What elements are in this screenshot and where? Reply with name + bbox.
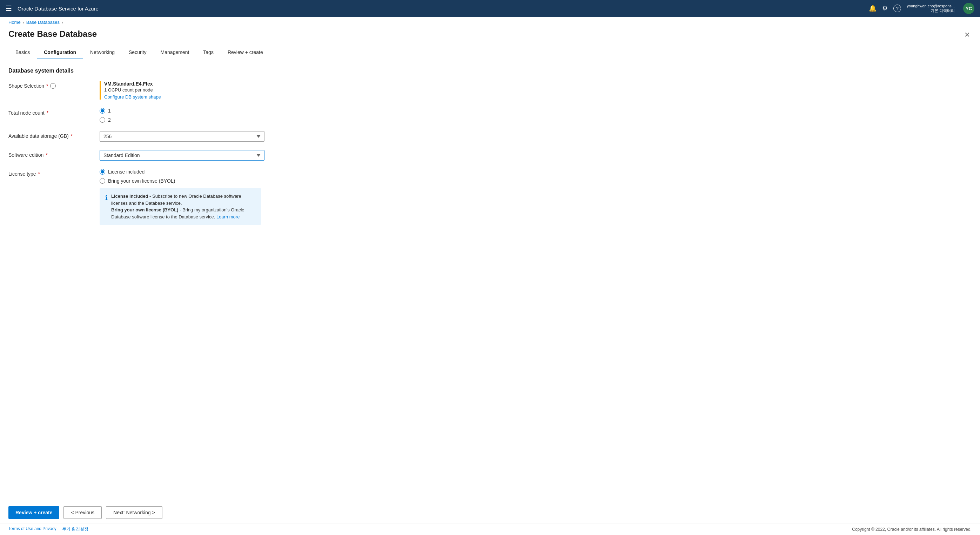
info-box-icon: ℹ — [105, 193, 108, 220]
node-count-option-2[interactable]: 2 — [100, 117, 972, 123]
info-box-text: License included - Subscribe to new Orac… — [111, 193, 255, 220]
user-email: younghwan.cho@respons... — [907, 4, 955, 8]
license-required: * — [38, 171, 40, 177]
shape-ocpu: 1 OCPU count per node — [104, 87, 972, 92]
software-edition-value: Standard Edition Enterprise Edition — [100, 150, 972, 160]
app-title: Oracle Database Service for Azure — [18, 6, 863, 11]
previous-button[interactable]: < Previous — [64, 506, 102, 519]
storage-required: * — [71, 133, 73, 139]
footer-links: Terms of Use and Privacy 쿠키 환경설정 — [8, 526, 88, 532]
tab-bar: Basics Configuration Networking Security… — [0, 46, 980, 59]
help-icon[interactable]: ? — [893, 5, 901, 12]
configure-shape-link[interactable]: Configure DB system shape — [104, 94, 161, 100]
total-node-count-label: Total node count * — [8, 108, 100, 116]
license-included-bold: License included — [111, 194, 148, 199]
data-storage-row: Available data storage (GB) * 256 512 10… — [8, 131, 972, 141]
shape-border: VM.Standard.E4.Flex 1 OCPU count per nod… — [100, 81, 972, 100]
breadcrumb: Home › Base Databases › — [0, 17, 980, 28]
breadcrumb-base-databases[interactable]: Base Databases — [26, 20, 60, 25]
data-storage-value: 256 512 1024 2048 — [100, 131, 972, 141]
data-storage-label: Available data storage (GB) * — [8, 131, 100, 139]
breadcrumb-home[interactable]: Home — [8, 20, 21, 25]
license-type-value: License included Bring your own license … — [100, 169, 972, 225]
page-title: Create Base Database — [8, 29, 97, 39]
topbar: ☰ Oracle Database Service for Azure 🔔 ⚙ … — [0, 0, 980, 17]
tab-review-create[interactable]: Review + create — [221, 46, 270, 59]
data-storage-select[interactable]: 256 512 1024 2048 — [100, 131, 264, 141]
node-count-option-1[interactable]: 1 — [100, 108, 972, 114]
byol-label: Bring your own license (BYOL) — [108, 178, 175, 184]
tab-networking[interactable]: Networking — [83, 46, 122, 59]
license-included-radio[interactable] — [100, 169, 105, 175]
shape-selection-label: Shape Selection * i — [8, 81, 100, 89]
hamburger-icon[interactable]: ☰ — [6, 4, 12, 13]
node-count-label-2: 2 — [108, 117, 111, 123]
node-count-radio-2[interactable] — [100, 117, 105, 123]
node-count-radio-1[interactable] — [100, 108, 105, 114]
byol-option[interactable]: Bring your own license (BYOL) — [100, 178, 972, 184]
topbar-icons: 🔔 ⚙ ? younghwan.cho@respons... 기본 디렉터리 Y… — [869, 3, 974, 14]
breadcrumb-sep1: › — [23, 20, 24, 25]
node-count-label-1: 1 — [108, 108, 111, 114]
license-included-label: License included — [108, 169, 145, 175]
terms-link[interactable]: Terms of Use and Privacy — [8, 526, 56, 532]
user-directory: 기본 디렉터리 — [931, 8, 955, 13]
tab-security[interactable]: Security — [122, 46, 154, 59]
byol-bold: Bring your own license (BYOL) — [111, 207, 178, 213]
user-info: younghwan.cho@respons... 기본 디렉터리 — [907, 4, 955, 13]
settings-icon[interactable]: ⚙ — [882, 5, 888, 12]
edition-required: * — [46, 152, 47, 158]
license-radio-group: License included Bring your own license … — [100, 169, 972, 184]
review-create-button[interactable]: Review + create — [8, 506, 59, 519]
tab-configuration[interactable]: Configuration — [37, 46, 83, 59]
software-edition-select[interactable]: Standard Edition Enterprise Edition — [100, 150, 264, 160]
software-edition-row: Software edition * Standard Edition Ente… — [8, 150, 972, 160]
shape-name: VM.Standard.E4.Flex — [104, 81, 972, 87]
page-header: Create Base Database ✕ — [0, 28, 980, 46]
tab-management[interactable]: Management — [154, 46, 196, 59]
avatar[interactable]: YC — [963, 3, 974, 14]
license-type-row: License type * License included Bring yo… — [8, 169, 972, 225]
main-content: Database system details Shape Selection … — [0, 59, 980, 502]
shape-selection-value: VM.Standard.E4.Flex 1 OCPU count per nod… — [100, 81, 972, 100]
shape-selection-row: Shape Selection * i VM.Standard.E4.Flex … — [8, 81, 972, 100]
shape-info-icon[interactable]: i — [50, 83, 56, 89]
software-edition-label: Software edition * — [8, 150, 100, 158]
license-info-box: ℹ License included - Subscribe to new Or… — [100, 188, 261, 225]
byol-radio[interactable] — [100, 178, 105, 184]
footer-bar: Review + create < Previous Next: Network… — [0, 502, 980, 523]
node-count-required: * — [47, 110, 48, 116]
license-included-option[interactable]: License included — [100, 169, 972, 175]
copyright-text: Copyright © 2022, Oracle and/or its affi… — [852, 527, 972, 532]
tab-basics[interactable]: Basics — [8, 46, 37, 59]
breadcrumb-sep2: › — [62, 20, 63, 25]
next-button[interactable]: Next: Networking > — [106, 506, 162, 519]
section-title: Database system details — [8, 68, 972, 74]
close-button[interactable]: ✕ — [963, 29, 972, 40]
total-node-count-value: 1 2 — [100, 108, 972, 123]
cookie-link[interactable]: 쿠키 환경설정 — [62, 526, 88, 532]
learn-more-link[interactable]: Learn more — [216, 214, 240, 219]
bell-icon[interactable]: 🔔 — [869, 5, 877, 12]
license-type-label: License type * — [8, 169, 100, 177]
node-count-radio-group: 1 2 — [100, 108, 972, 123]
tab-tags[interactable]: Tags — [196, 46, 221, 59]
total-node-count-row: Total node count * 1 2 — [8, 108, 972, 123]
shape-required: * — [46, 83, 48, 89]
bottom-footer: Terms of Use and Privacy 쿠키 환경설정 Copyrig… — [0, 523, 980, 535]
